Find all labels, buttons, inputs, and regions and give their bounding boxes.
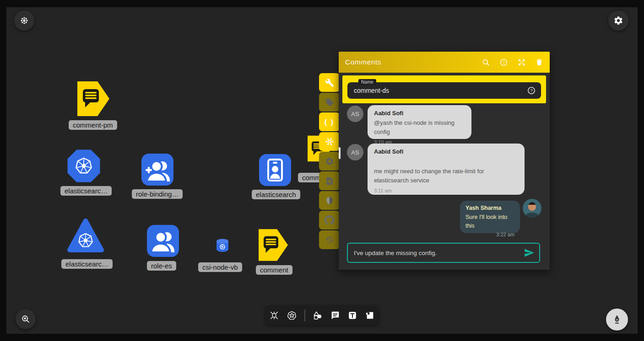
history-tool-button[interactable] [319,230,340,249]
wrench-icon [325,78,334,87]
node-label: role-es [147,261,176,271]
tag-icon [325,98,334,107]
settings-button[interactable] [608,11,628,31]
github-tool-button[interactable] [319,211,340,229]
avatar: AS [347,144,363,160]
message-text: Sure I'll look into this [465,213,514,230]
note-tool-button[interactable] [365,310,375,320]
zoom-in-icon [21,314,31,324]
search-comments-button[interactable] [482,58,490,67]
braces-icon: { } [325,118,335,126]
security-tool-button[interactable] [319,191,340,210]
mesh-hub-icon [325,137,335,147]
message-time: 3:22 am [465,232,514,237]
app-menu-button[interactable] [14,11,34,31]
name-field-label: Name [358,79,376,85]
message-author: Aabid Sofi [374,110,465,117]
send-icon[interactable] [523,247,535,259]
help-button[interactable]: ? [499,58,508,67]
comments-panel: Comments ? Name ? AS Aabid Sofi @yash th… [339,52,550,270]
text-tool-button[interactable] [347,310,357,320]
mesh-tool-button[interactable] [319,132,340,151]
node-elasticsearch-sa[interactable] [259,154,291,188]
message-time: 3:11 am [374,188,518,193]
panel-title: Comments [345,58,381,66]
wrench-tool-button[interactable] [319,73,340,92]
node-comment-pm[interactable] [77,81,109,118]
message-text: @yash the csi-node is missing config [374,118,465,136]
svg-text:?: ? [530,88,532,93]
shapes-tool-button[interactable] [313,310,323,320]
message-text: me might need to change the rate-limit f… [374,167,518,185]
node-label: csi-node-vb [198,262,242,272]
comment-composer[interactable] [347,243,540,263]
draw-button[interactable] [606,309,628,330]
message-author: Aabid Sofi [374,148,518,155]
node-label: role-binding… [132,189,183,199]
node-label: elasticsearc… [61,259,113,269]
components-tool-button[interactable] [269,310,279,320]
help-icon[interactable]: ? [527,86,536,95]
history-icon [325,235,334,245]
doc-search-icon [325,176,334,186]
node-role-es[interactable] [147,225,179,259]
node-label: comment [256,265,292,275]
comment-input[interactable] [348,250,523,256]
node-label: elasticsearc… [60,186,112,196]
node-label: comment-pm [69,120,117,130]
app-window: comment-pm elasticsearc… role-binding… e… [0,0,644,341]
pen-nib-icon [612,314,622,325]
config-tool-button[interactable] [319,152,340,170]
node-label: elasticsearch [252,190,300,199]
avatar: AS [347,106,363,122]
name-field[interactable]: Name ? [347,82,541,99]
name-input[interactable] [347,87,527,94]
gear-icon [613,16,623,26]
node-elasticsearch-octagon[interactable] [67,149,100,184]
message-author: Yash Sharma [465,205,514,211]
gear-icon [325,157,334,166]
svg-text:?: ? [503,60,505,64]
avatar-photo [523,199,541,218]
tag-tool-button[interactable] [319,93,340,112]
toolbar-divider [304,309,305,321]
chat-message: Yash Sharma Sure I'll look into this 3:2… [460,201,520,233]
node-elasticsearch-triangle[interactable] [66,218,105,256]
delete-comment-button[interactable] [535,58,543,66]
comment-tool-button[interactable] [330,310,340,320]
node-action-dock: { } [319,73,340,250]
name-field-section: Name ? [342,75,546,103]
inspect-tool-button[interactable] [319,171,340,190]
panel-scrollbar[interactable] [339,147,341,159]
node-csi-node-vb[interactable] [215,238,230,255]
expand-panel-button[interactable] [517,58,526,67]
zoom-button[interactable] [16,309,36,329]
app-logo-icon [20,16,29,25]
github-icon [325,215,334,225]
chat-message: Aabid Sofi @yash the csi-node is missing… [368,105,471,139]
braces-tool-button[interactable]: { } [319,112,340,131]
canvas-toolbar [265,306,379,325]
node-comment[interactable] [259,229,288,263]
comments-panel-header[interactable]: Comments ? [339,52,550,73]
chat-message: Aabid Sofi me might need to change the r… [368,144,525,195]
kubernetes-tool-button[interactable] [287,310,297,321]
shield-icon [325,196,334,205]
node-role-binding[interactable] [141,154,173,187]
